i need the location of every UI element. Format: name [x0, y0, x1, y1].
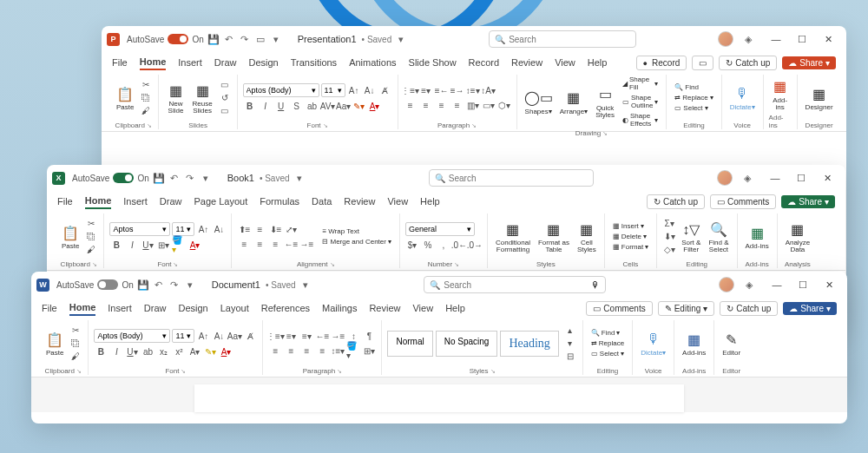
numbering-icon[interactable]: ≡▾	[419, 84, 433, 96]
tab-formulas[interactable]: Formulas	[260, 196, 299, 208]
tab-design[interactable]: Design	[248, 57, 278, 69]
copy-icon[interactable]: ⿻	[139, 92, 153, 104]
tab-file[interactable]: File	[57, 196, 73, 208]
tab-mailings[interactable]: Mailings	[322, 303, 357, 315]
font-color-icon[interactable]: A▾	[368, 100, 382, 112]
dialog-launcher-icon[interactable]: ↘	[602, 130, 608, 137]
maximize-button[interactable]: ☐	[790, 275, 816, 294]
layout-icon[interactable]: ▭	[218, 79, 232, 91]
mic-icon[interactable]: 🎙	[591, 280, 600, 290]
insert-cell[interactable]: ▦ Insert ▾	[610, 221, 651, 231]
style-normal[interactable]: Normal	[387, 331, 432, 357]
maximize-button[interactable]: ☐	[788, 168, 814, 187]
currency-icon[interactable]: $▾	[405, 239, 419, 251]
tab-references[interactable]: References	[261, 303, 310, 315]
tab-home[interactable]: Home	[85, 195, 112, 209]
bold-button[interactable]: B	[243, 100, 257, 112]
autosave-toggle-icon[interactable]	[168, 34, 188, 44]
fill-icon[interactable]: ⬇▾	[662, 231, 676, 243]
dialog-launcher-icon[interactable]: ↘	[147, 122, 152, 129]
underline-button[interactable]: U▾	[141, 239, 155, 251]
share-button[interactable]: ☁Share▾	[782, 56, 836, 69]
dialog-launcher-icon[interactable]: ↘	[471, 122, 477, 129]
smartart-icon[interactable]: ⬡▾	[497, 99, 511, 111]
paste-button[interactable]: 📋Paste	[114, 82, 136, 113]
tab-slideshow[interactable]: Slide Show	[409, 57, 457, 69]
close-button[interactable]: ✕	[816, 275, 842, 294]
qat-dropdown-icon[interactable]: ▾	[200, 172, 212, 184]
shape-outline[interactable]: ▭ Shape Outline ▾	[620, 93, 661, 110]
delete-cell[interactable]: ▦ Delete ▾	[610, 232, 651, 241]
sort-icon[interactable]: ↕	[346, 330, 360, 342]
reuse-slides-button[interactable]: ▦Reuse Slides	[189, 79, 214, 116]
avatar[interactable]	[717, 170, 733, 186]
minimize-button[interactable]: —	[763, 30, 789, 49]
qat-dropdown-icon[interactable]: ▾	[184, 279, 196, 291]
indent-inc-icon[interactable]: →≡	[299, 238, 313, 250]
clear-format-icon[interactable]: A̸	[243, 330, 257, 342]
shadow-icon[interactable]: ab	[306, 100, 319, 112]
start-slideshow-icon[interactable]: ▭	[254, 33, 266, 45]
dec-decimal-icon[interactable]: .0→	[468, 239, 482, 251]
decrease-font-icon[interactable]: A↓	[212, 330, 226, 342]
doc-title[interactable]: Document1	[212, 279, 260, 290]
orientation-icon[interactable]: ⤢▾	[284, 223, 298, 235]
tab-pagelayout[interactable]: Page Layout	[194, 196, 247, 208]
strike-button[interactable]: ab	[141, 345, 155, 358]
addins-button[interactable]: ▦Add-ins	[743, 221, 772, 252]
tab-review[interactable]: Review	[369, 303, 400, 315]
change-case-icon[interactable]: Aa▾	[337, 100, 351, 112]
format-as-table[interactable]: ▦Format as Table	[536, 218, 572, 255]
italic-button[interactable]: I	[125, 239, 139, 251]
tab-layout[interactable]: Layout	[220, 303, 249, 315]
tab-insert[interactable]: Insert	[178, 57, 202, 69]
merge-center[interactable]: ⊟ Merge and Center ▾	[319, 237, 393, 246]
dialog-launcher-icon[interactable]: ↘	[92, 261, 97, 268]
align-right-icon[interactable]: ≡	[435, 99, 449, 111]
italic-button[interactable]: I	[259, 100, 273, 112]
inc-decimal-icon[interactable]: .0←	[452, 239, 466, 251]
editing-mode-button[interactable]: ✎Editing▾	[658, 301, 715, 316]
borders-icon[interactable]: ⊞▾	[156, 239, 170, 251]
font-size[interactable]: ▾	[172, 329, 194, 343]
font-select[interactable]: ▾	[243, 83, 319, 97]
align-top-icon[interactable]: ⬆≡	[237, 223, 251, 235]
shape-fill[interactable]: ◢ Shape Fill ▾	[620, 75, 661, 92]
cut-icon[interactable]: ✂	[69, 325, 82, 337]
style-nospacing[interactable]: No Spacing	[436, 331, 498, 357]
conditional-formatting[interactable]: ▦Conditional Formatting	[493, 218, 533, 255]
redo-icon[interactable]: ↷	[184, 172, 196, 184]
indent-inc-icon[interactable]: ≡→	[450, 84, 464, 96]
chevron-down-icon[interactable]: ▾	[293, 172, 306, 184]
superscript-icon[interactable]: x²	[172, 345, 186, 358]
addins-button[interactable]: ▦Add-ins	[680, 328, 708, 358]
redo-icon[interactable]: ↷	[168, 279, 181, 291]
shape-effects[interactable]: ◐ Shape Effects ▾	[620, 111, 661, 128]
tab-help[interactable]: Help	[588, 57, 608, 69]
paste-button[interactable]: 📋Paste	[59, 221, 82, 252]
strike-button[interactable]: S	[290, 100, 304, 112]
align-text-icon[interactable]: ▭▾	[482, 99, 496, 111]
font-select[interactable]: ▾	[94, 329, 170, 343]
justify-icon[interactable]: ≡	[315, 345, 329, 357]
align-right-icon[interactable]: ≡	[268, 238, 282, 250]
addins-button[interactable]: ▦Add-ins	[769, 76, 792, 113]
dialog-launcher-icon[interactable]: ↘	[323, 122, 328, 129]
undo-icon[interactable]: ↶	[223, 33, 235, 45]
search-box[interactable]: 🔍	[489, 30, 636, 48]
tab-insert[interactable]: Insert	[123, 196, 148, 208]
font-size[interactable]: ▾	[172, 222, 194, 236]
tab-insert[interactable]: Insert	[108, 303, 132, 315]
tab-draw[interactable]: Draw	[160, 196, 182, 208]
close-button[interactable]: ✕	[814, 168, 840, 187]
replace-button[interactable]: ⇄ Replace ▾	[672, 93, 715, 102]
tab-view[interactable]: View	[387, 196, 408, 208]
align-bottom-icon[interactable]: ⬇≡	[268, 223, 282, 235]
align-center-icon[interactable]: ≡	[419, 99, 433, 111]
shapes-button[interactable]: ◯▭Shapes▾	[523, 87, 555, 117]
font-color-icon[interactable]: A▾	[219, 345, 233, 358]
doc-title[interactable]: Presentation1	[298, 34, 357, 44]
indent-inc-icon[interactable]: →≡	[331, 330, 345, 342]
chevron-down-icon[interactable]: ▾	[395, 33, 407, 45]
cut-icon[interactable]: ✂	[84, 218, 98, 230]
